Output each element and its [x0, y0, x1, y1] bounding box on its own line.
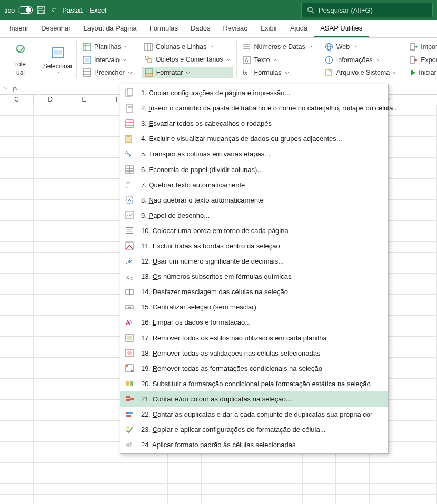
autosave-toggle[interactable] [18, 6, 33, 14]
cell[interactable] [403, 431, 437, 441]
cell[interactable] [0, 168, 34, 178]
cell[interactable] [67, 147, 101, 157]
menu-item-7[interactable]: abc7. Quebrar texto automaticamente [120, 177, 388, 193]
cell[interactable] [0, 274, 34, 284]
informacoes-button[interactable]: iInformações [322, 54, 400, 66]
menu-item-5[interactable]: Ab5. Transpor as colunas em várias etapa… [120, 146, 388, 162]
cell[interactable] [0, 221, 34, 231]
cell[interactable] [34, 463, 67, 473]
cell[interactable] [336, 473, 370, 483]
menu-item-23[interactable]: 23. Copiar e aplicar configurações de fo… [120, 422, 388, 437]
cell[interactable] [0, 263, 34, 273]
formulas-button[interactable]: fxFórmulas [240, 67, 315, 78]
cell[interactable] [202, 495, 235, 504]
cell[interactable] [0, 179, 34, 189]
cell[interactable] [34, 305, 67, 315]
column-header[interactable]: E [67, 95, 101, 105]
menu-item-16[interactable]: A16. Limpar os dados e formatação... [120, 315, 388, 330]
cell[interactable] [202, 463, 235, 473]
cell[interactable] [34, 295, 67, 305]
menu-item-10[interactable]: 10. Colocar uma borda em torno de cada p… [120, 223, 388, 238]
cell[interactable] [370, 473, 403, 483]
cell[interactable] [34, 316, 67, 326]
cell[interactable] [67, 421, 101, 431]
cell[interactable] [67, 231, 101, 241]
cell[interactable] [101, 473, 135, 483]
cell[interactable] [403, 263, 437, 273]
cell[interactable] [168, 473, 202, 483]
cell[interactable] [34, 147, 67, 157]
cell[interactable] [403, 473, 437, 483]
cell[interactable] [67, 221, 101, 231]
cell[interactable] [34, 274, 67, 284]
cell[interactable] [403, 358, 437, 368]
menu-item-19[interactable]: 19. Remover todas as formatações condici… [120, 361, 388, 376]
cell[interactable] [34, 179, 67, 189]
column-header[interactable]: D [34, 95, 67, 105]
cell[interactable] [168, 463, 202, 473]
cell[interactable] [67, 116, 101, 126]
cell[interactable] [269, 495, 303, 504]
cell[interactable] [67, 379, 101, 389]
cell[interactable] [67, 284, 101, 294]
menu-item-21[interactable]: 21. Contar e/ou colorir as duplicatas na… [120, 391, 388, 407]
cell[interactable] [34, 452, 67, 462]
cell[interactable] [370, 495, 403, 504]
cell[interactable] [0, 452, 34, 462]
cell[interactable] [403, 221, 437, 231]
cell[interactable] [101, 484, 135, 494]
cell[interactable] [0, 231, 34, 241]
cell[interactable] [0, 347, 34, 357]
cell[interactable] [67, 337, 101, 347]
cell[interactable] [101, 495, 135, 504]
cell[interactable] [403, 231, 437, 241]
cell[interactable] [403, 379, 437, 389]
cell[interactable] [67, 473, 101, 483]
menu-item-22[interactable]: 22. Contar as duplicatas e dar a cada co… [120, 407, 388, 422]
arquivo-sistema-button[interactable]: Arquivo e Sistema [322, 67, 400, 78]
cell[interactable] [0, 326, 34, 336]
cell[interactable] [0, 147, 34, 157]
cell[interactable] [67, 326, 101, 336]
tab-revisão[interactable]: Revisão [216, 20, 254, 37]
cell[interactable] [403, 168, 437, 178]
cell[interactable] [34, 326, 67, 336]
cell[interactable] [67, 179, 101, 189]
cell[interactable] [403, 452, 437, 462]
cell[interactable] [67, 410, 101, 420]
cell[interactable] [403, 484, 437, 494]
menu-item-11[interactable]: 11. Excluir todas as bordas dentro da se… [120, 238, 388, 254]
menu-item-13[interactable]: x213. Os números subscritos em fórmulas … [120, 269, 388, 284]
cell[interactable] [34, 473, 67, 483]
cell[interactable] [0, 126, 34, 136]
cell[interactable] [34, 200, 67, 210]
column-header[interactable]: C [0, 95, 34, 105]
menu-item-9[interactable]: 9. Papel de desenho... [120, 208, 388, 223]
cell[interactable] [34, 410, 67, 420]
cell[interactable] [0, 358, 34, 368]
cell[interactable] [67, 442, 101, 452]
cell[interactable] [0, 295, 34, 305]
cell[interactable] [403, 105, 437, 115]
cell[interactable] [67, 389, 101, 399]
cell[interactable] [0, 473, 34, 483]
customize-qat-icon[interactable] [49, 6, 58, 14]
cell[interactable] [34, 495, 67, 504]
cell[interactable] [0, 368, 34, 378]
cell[interactable] [403, 137, 437, 147]
cell[interactable] [34, 158, 67, 168]
cell[interactable] [269, 463, 303, 473]
cell[interactable] [67, 347, 101, 357]
tab-desenhar[interactable]: Desenhar [35, 20, 77, 37]
cell[interactable] [0, 484, 34, 494]
cell[interactable] [0, 463, 34, 473]
cell[interactable] [34, 358, 67, 368]
cell[interactable] [403, 495, 437, 504]
cell[interactable] [34, 431, 67, 441]
cell[interactable] [67, 274, 101, 284]
menu-item-1[interactable]: 1. Copiar configurações de página e impr… [120, 85, 388, 100]
cell[interactable] [0, 210, 34, 220]
cell[interactable] [67, 484, 101, 494]
colunas-linhas-button[interactable]: Colunas e Linhas [142, 41, 233, 53]
cell[interactable] [134, 495, 168, 504]
